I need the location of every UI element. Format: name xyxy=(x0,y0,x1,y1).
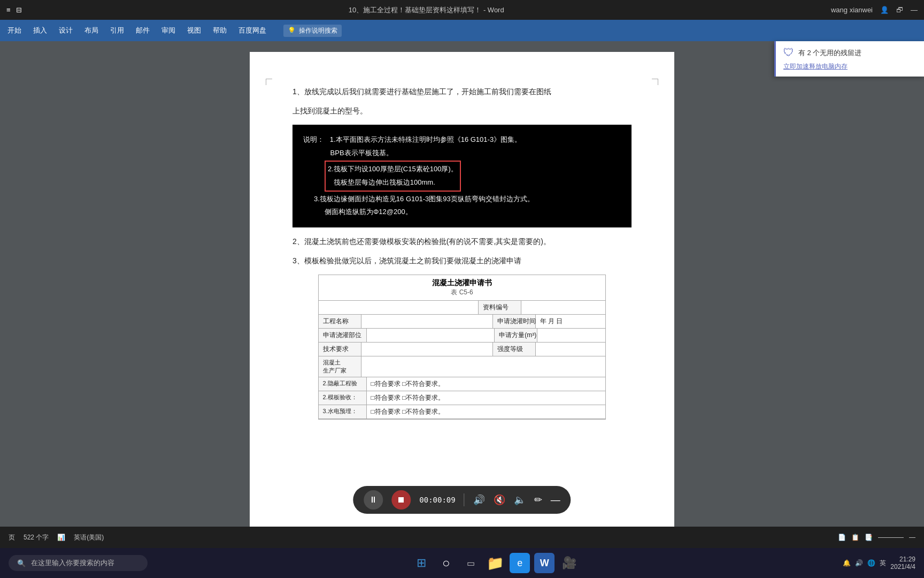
form-hidden-value: □符合要求 □不符合要求。 xyxy=(367,377,606,391)
view-icon-3[interactable]: 📑 xyxy=(865,534,873,541)
form-resource-row: 资料编号 xyxy=(319,301,606,315)
form-row-3: 技术要求 强度等级 xyxy=(319,343,606,356)
document-area[interactable]: 1、放线完成以后我们就需要进行基础垫层施工了，开始施工前我们需要在图纸 上找到混… xyxy=(0,41,924,527)
cortana-button[interactable]: ○ xyxy=(436,553,456,573)
page-indicator: 页 xyxy=(9,533,15,542)
form-tech-req-value xyxy=(361,343,493,356)
image-line-1: 说明： 1.本平面图表示方法未特殊注明时均参照《16 G101-3》图集。 xyxy=(303,133,621,147)
form-resource-label: 资料编号 xyxy=(479,301,521,314)
image-line-3: 2.筏板下均设100厚垫层(C15素砼100厚)。 xyxy=(328,163,458,176)
form-row-2: 申请浇灌部位 申请方量(m³) xyxy=(319,329,606,343)
volume-tray-icon[interactable]: 🔊 xyxy=(855,559,863,567)
form-strength-value xyxy=(536,343,606,356)
paragraph-1b: 上找到混凝土的型号。 xyxy=(292,103,632,118)
form-formwork-label: 2.模板验收： xyxy=(319,391,367,405)
camera-button[interactable]: 🎥 xyxy=(559,553,579,573)
volume-button[interactable]: 🔊 xyxy=(473,494,485,506)
windows-button[interactable]: ⊞ xyxy=(411,553,432,573)
pen-button[interactable]: ✏ xyxy=(534,494,542,506)
word-button[interactable]: W xyxy=(534,553,555,573)
taskbar-search[interactable]: 🔍 在这里输入你要搜索的内容 xyxy=(9,555,148,571)
form-strength-label: 强度等级 xyxy=(493,343,536,356)
taskview-button[interactable]: ▭ xyxy=(460,553,481,573)
minimize-icon[interactable]: — xyxy=(911,6,918,14)
window-controls-left: ≡ ⊟ xyxy=(6,6,22,14)
restore-window-icon[interactable]: 🗗 xyxy=(896,6,903,14)
menu-baidu[interactable]: 百度网盘 xyxy=(233,24,272,37)
ime-indicator[interactable]: 英 xyxy=(880,559,886,568)
menu-bar: 开始 插入 设计 布局 引用 邮件 审阅 视图 帮助 百度网盘 💡 操作说明搜索 xyxy=(0,20,924,41)
page-corner-tr xyxy=(652,79,658,85)
taskbar-system-tray: 🔔 🔊 🌐 英 21:29 2021/4/4 xyxy=(843,556,915,571)
taskbar-search-icon: 🔍 xyxy=(17,559,26,567)
window-restore-icon[interactable]: ≡ xyxy=(6,6,11,14)
notification-header: 🛡 有 2 个无用的残留进 xyxy=(783,47,917,59)
highlight-text-box: 2.筏板下均设100厚垫层(C15素砼100厚)。 筏板垫层每边伸出筏板边100… xyxy=(325,161,461,191)
window-system-icon[interactable]: ⊟ xyxy=(16,6,22,14)
form-formwork-value: □符合要求 □不符合要求。 xyxy=(367,391,606,405)
user-name: wang xianwei xyxy=(831,6,873,14)
form-cell-empty xyxy=(319,301,479,314)
notification-text: 有 2 个无用的残留进 xyxy=(798,48,861,58)
zoom-slider[interactable]: ———— xyxy=(878,534,904,541)
menu-design[interactable]: 设计 xyxy=(53,24,78,37)
menu-start[interactable]: 开始 xyxy=(2,24,27,37)
taskbar-icons: ⊞ ○ ▭ 📁 e W 🎥 xyxy=(411,553,579,573)
menu-insert[interactable]: 插入 xyxy=(28,24,52,37)
image-line-4: 筏板垫层每边伸出筏板边100mm. xyxy=(328,176,458,189)
notification-link[interactable]: 立即加速释放电脑内存 xyxy=(783,62,917,71)
mute-button[interactable]: 🔇 xyxy=(494,494,505,506)
taskbar-search-placeholder: 在这里输入你要搜索的内容 xyxy=(31,558,114,568)
form-quantity-value xyxy=(537,329,605,342)
menu-layout[interactable]: 布局 xyxy=(79,24,104,37)
menu-review[interactable]: 审阅 xyxy=(156,24,181,37)
form-mep-value: □符合要求 □不符合要求。 xyxy=(367,405,606,419)
image-line-2: BPB表示平板筏基。 xyxy=(303,147,621,160)
menu-reference[interactable]: 引用 xyxy=(105,24,129,37)
paragraph-3: 3、模板检验批做完以后，浇筑混凝土之前我们要做混凝土的浇灌申请 xyxy=(292,253,632,268)
taskbar: 🔍 在这里输入你要搜索的内容 ⊞ ○ ▭ 📁 e W 🎥 🔔 🔊 🌐 英 21:… xyxy=(0,548,924,578)
view-icon-2[interactable]: 📋 xyxy=(851,534,859,541)
minus-button[interactable]: — xyxy=(551,495,560,506)
speed-button[interactable]: 🔈 xyxy=(514,494,526,506)
date-display-taskbar: 2021/4/4 xyxy=(890,563,915,571)
zoom-level: — xyxy=(909,534,915,541)
window-controls-right: wang xianwei 👤 🗗 — xyxy=(831,6,918,14)
menu-help[interactable]: 帮助 xyxy=(207,24,232,37)
stop-button[interactable]: ⏹ xyxy=(391,490,411,509)
form-project-name-value xyxy=(361,315,493,328)
form-tech-req-label: 技术要求 xyxy=(319,343,361,356)
title-bar: ≡ ⊟ 10、施工全过程！基础垫层资料这样填写！ - Word wang xia… xyxy=(0,0,924,20)
language-indicator[interactable]: 英语(美国) xyxy=(74,533,104,542)
notification-icon[interactable]: 🔔 xyxy=(843,559,851,567)
edge-button[interactable]: e xyxy=(510,553,530,573)
network-icon[interactable]: 🌐 xyxy=(867,559,875,567)
video-controls-bar[interactable]: ⏸ ⏹ 00:00:09 🔊 🔇 🔈 ✏ — xyxy=(353,486,571,514)
form-subtitle: 表 C5-6 xyxy=(322,288,603,297)
word-count: 522 个字 xyxy=(24,533,49,542)
pause-button[interactable]: ⏸ xyxy=(364,490,383,509)
notification-popup: 🛡 有 2 个无用的残留进 立即加速释放电脑内存 xyxy=(774,41,924,77)
window-title: 10、施工全过程！基础垫层资料这样填写！ - Word xyxy=(22,5,831,15)
form-pour-part-label: 申请浇灌部位 xyxy=(319,329,367,342)
clock[interactable]: 21:29 2021/4/4 xyxy=(890,556,915,571)
account-icon[interactable]: 👤 xyxy=(880,6,889,14)
menu-mail[interactable]: 邮件 xyxy=(130,24,155,37)
concrete-pour-form: 混凝土浇灌申请书 表 C5-6 资料编号 工程名称 申请浇灌时间 年 月 日 申… xyxy=(318,275,606,420)
menu-view[interactable]: 视图 xyxy=(182,24,206,37)
time-display-taskbar: 21:29 xyxy=(890,556,915,563)
search-box[interactable]: 💡 操作说明搜索 xyxy=(283,25,342,37)
view-icon-1[interactable]: 📄 xyxy=(838,534,846,541)
statusbar-right: 📄 📋 📑 ———— — xyxy=(838,534,915,541)
form-manufacturer-label: 混凝土生产厂家 xyxy=(319,356,361,377)
status-bar: 页 522 个字 📊 英语(美国) 📄 📋 📑 ———— — xyxy=(0,527,924,548)
explorer-button[interactable]: 📁 xyxy=(485,553,505,573)
time-display: 00:00:09 xyxy=(419,496,455,504)
form-title: 混凝土浇灌申请书 xyxy=(322,278,603,288)
document-page: 1、放线完成以后我们就需要进行基础垫层施工了，开始施工前我们需要在图纸 上找到混… xyxy=(250,52,674,527)
form-quantity-label: 申请方量(m³) xyxy=(495,329,537,342)
form-mep-label: 3.水电预埋： xyxy=(319,405,367,419)
form-pour-part-value xyxy=(367,329,495,342)
statusbar-left: 页 522 个字 📊 英语(美国) xyxy=(9,533,104,542)
track-changes-icon[interactable]: 📊 xyxy=(57,534,65,541)
